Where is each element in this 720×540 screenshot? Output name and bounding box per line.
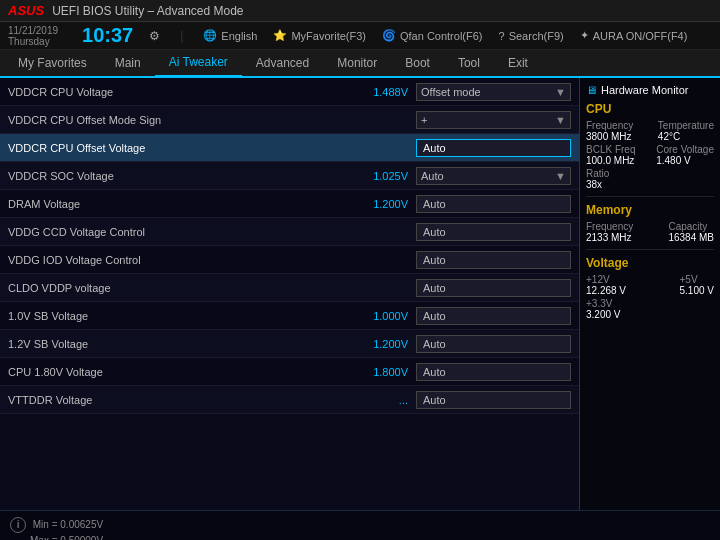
setting-row-offset-sign[interactable]: VDDCR CPU Offset Mode Sign + ▼ [0,106,579,134]
nav-main[interactable]: Main [101,49,155,77]
dropdown-sign[interactable]: + ▼ [416,111,571,129]
volt-5v-label: +5V [680,274,714,285]
info-panel: i Min = 0.00625V Max = 0.50000V Standard… [0,510,720,540]
input-vttddr[interactable]: Auto [416,391,571,409]
volt-33v-row: +3.3V 3.200 V [586,298,714,320]
mem-freq-label: Frequency [586,221,633,232]
search-icon: ? [499,30,505,42]
core-volt-label: Core Voltage [656,144,714,155]
setting-value: 1.200V [358,338,408,350]
bclk-value: 100.0 MHz [586,155,635,166]
cpu-freq-label: Frequency [586,120,633,131]
setting-label: 1.0V SB Voltage [8,310,358,322]
settings-scroll[interactable]: VDDCR CPU Voltage 1.488V Offset mode ▼ V… [0,78,579,510]
input-12v-sb[interactable]: Auto [416,335,571,353]
hw-monitor-title: 🖥 Hardware Monitor [586,84,714,96]
setting-row-offset-voltage[interactable]: VDDCR CPU Offset Voltage Auto [0,134,579,162]
day-display: Thursday [8,36,58,47]
main-area: VDDCR CPU Voltage 1.488V Offset mode ▼ V… [0,78,720,510]
dropdown-soc[interactable]: Auto ▼ [416,167,571,185]
ratio-label: Ratio [586,168,609,179]
bios-title: UEFI BIOS Utility – Advanced Mode [52,4,243,18]
bclk-label: BCLK Freq [586,144,635,155]
search-label: Search(F9) [509,30,564,42]
setting-label: VDDG IOD Voltage Control [8,254,358,266]
cpu-freq-value: 3800 MHz [586,131,633,142]
cpu-bclk-row: BCLK Freq 100.0 MHz Core Voltage 1.480 V [586,144,714,166]
setting-value: 1.000V [358,310,408,322]
nav-boot[interactable]: Boot [391,49,444,77]
setting-row-vttddr[interactable]: VTTDDR Voltage ... Auto [0,386,579,414]
cpu-section-title: CPU [586,102,714,116]
setting-label: VDDCR SOC Voltage [8,170,358,182]
chevron-down-icon: ▼ [555,86,566,98]
nav-my-favorites[interactable]: My Favorites [4,49,101,77]
setting-row-1v-sb[interactable]: 1.0V SB Voltage 1.000V Auto [0,302,579,330]
time-display: 10:37 [82,24,133,47]
nav-monitor[interactable]: Monitor [323,49,391,77]
setting-label: VTTDDR Voltage [8,394,358,406]
chevron-down-icon: ▼ [555,170,566,182]
setting-label: VDDCR CPU Offset Mode Sign [8,114,358,126]
mem-cap-value: 16384 MB [668,232,714,243]
input-cpu-18v[interactable]: Auto [416,363,571,381]
setting-label: VDDCR CPU Offset Voltage [8,142,358,154]
setting-row-vddg-iod[interactable]: VDDG IOD Voltage Control Auto [0,246,579,274]
setting-value: 1.025V [358,170,408,182]
nav-exit[interactable]: Exit [494,49,542,77]
input-vddg-ccd[interactable]: Auto [416,223,571,241]
hardware-monitor-sidebar: 🖥 Hardware Monitor CPU Frequency 3800 MH… [580,78,720,510]
setting-value: 1.800V [358,366,408,378]
settings-content: VDDCR CPU Voltage 1.488V Offset mode ▼ V… [0,78,580,510]
volt-12v-label: +12V [586,274,626,285]
navbar: My Favorites Main Ai Tweaker Advanced Mo… [0,50,720,78]
language-label: English [221,30,257,42]
nav-advanced[interactable]: Advanced [242,49,323,77]
cpu-temp-value: 42°C [658,131,714,142]
chevron-down-icon: ▼ [555,114,566,126]
setting-label: CPU 1.80V Voltage [8,366,358,378]
setting-label: VDDG CCD Voltage Control [8,226,358,238]
cpu-temp-label: Temperature [658,120,714,131]
input-vddg-iod[interactable]: Auto [416,251,571,269]
input-cldo-vddp[interactable]: Auto [416,279,571,297]
mem-freq-value: 2133 MHz [586,232,633,243]
input-dram[interactable]: Auto [416,195,571,213]
setting-row-cpu-18v[interactable]: CPU 1.80V Voltage 1.800V Auto [0,358,579,386]
ratio-value: 38x [586,179,609,190]
info-line-2: Max = 0.50000V [30,535,103,540]
setting-row-cldo-vddp[interactable]: CLDO VDDP voltage Auto [0,274,579,302]
myfavorites-label: MyFavorite(F3) [291,30,366,42]
input-offset-voltage[interactable]: Auto [416,139,571,157]
qfan-item[interactable]: 🌀 Qfan Control(F6) [382,29,483,42]
infobar: 11/21/2019 Thursday 10:37 ⚙ | 🌐 English … [0,22,720,50]
language-item[interactable]: 🌐 English [203,29,257,42]
setting-row-vddg-ccd[interactable]: VDDG CCD Voltage Control Auto [0,218,579,246]
setting-label: 1.2V SB Voltage [8,338,358,350]
mem-cap-label: Capacity [668,221,714,232]
aura-icon: ✦ [580,29,589,42]
setting-row-12v-sb[interactable]: 1.2V SB Voltage 1.200V Auto [0,330,579,358]
volt-12v-value: 12.268 V [586,285,626,296]
input-1v-sb[interactable]: Auto [416,307,571,325]
memory-section-title: Memory [586,203,714,217]
dropdown-offset-mode[interactable]: Offset mode ▼ [416,83,571,101]
aura-item[interactable]: ✦ AURA ON/OFF(F4) [580,29,688,42]
asus-logo: ASUS [8,3,44,18]
info-icon: i [10,517,26,533]
setting-label: DRAM Voltage [8,198,358,210]
hw-monitor-label: Hardware Monitor [601,84,688,96]
setting-row-vddcr-cpu-voltage[interactable]: VDDCR CPU Voltage 1.488V Offset mode ▼ [0,78,579,106]
voltage-section-title: Voltage [586,256,714,270]
mem-row: Frequency 2133 MHz Capacity 16384 MB [586,221,714,243]
fan-icon: 🌀 [382,29,396,42]
nav-tool[interactable]: Tool [444,49,494,77]
setting-row-dram[interactable]: DRAM Voltage 1.200V Auto [0,190,579,218]
search-item[interactable]: ? Search(F9) [499,30,564,42]
topbar: ASUS UEFI BIOS Utility – Advanced Mode [0,0,720,22]
nav-ai-tweaker[interactable]: Ai Tweaker [155,49,242,77]
myfavorites-item[interactable]: ⭐ MyFavorite(F3) [273,29,366,42]
setting-label: VDDCR CPU Voltage [8,86,358,98]
setting-row-soc-voltage[interactable]: VDDCR SOC Voltage 1.025V Auto ▼ [0,162,579,190]
core-volt-value: 1.480 V [656,155,714,166]
